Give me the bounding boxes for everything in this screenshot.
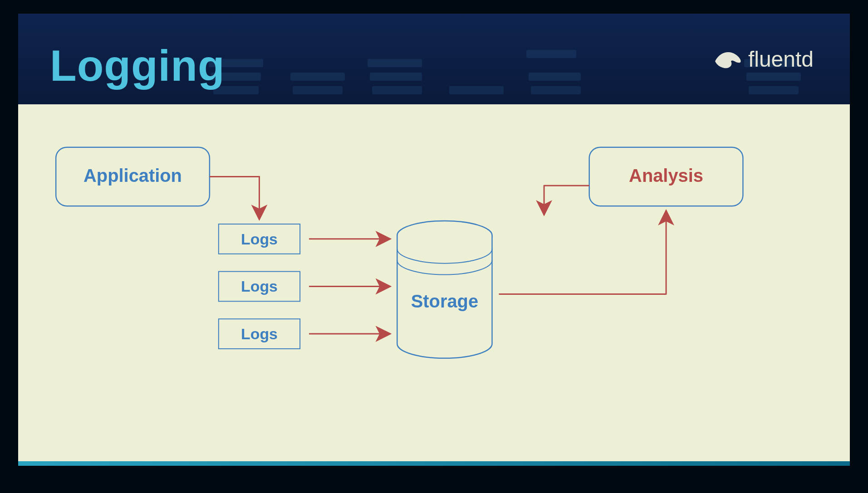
arrow-app-to-logs	[210, 176, 260, 220]
slide-header: Logging fluentd	[18, 14, 850, 104]
logs-label-3: Logs	[241, 325, 278, 342]
flow-diagram: Application Logs Logs Logs Storage	[18, 104, 850, 461]
arrow-storage-to-analysis	[499, 210, 666, 294]
fluentd-logo-text: fluentd	[748, 47, 814, 72]
logs-label-1: Logs	[241, 230, 278, 248]
slide: Logging fluentd Applicatio	[18, 14, 850, 466]
analysis-label: Analysis	[629, 166, 703, 185]
application-label: Application	[83, 166, 182, 185]
slide-footer-bar	[18, 461, 850, 466]
storage-node: Storage	[397, 221, 492, 358]
slide-container: Logging fluentd Applicatio	[0, 0, 868, 493]
slide-content: Application Logs Logs Logs Storage	[18, 104, 850, 461]
storage-label: Storage	[411, 291, 478, 311]
fluentd-logo: fluentd	[713, 45, 814, 73]
logs-label-2: Logs	[241, 278, 278, 295]
arrow-analysis-to-storage	[544, 185, 589, 215]
fluentd-bird-icon	[713, 45, 745, 73]
slide-title: Logging	[50, 41, 225, 91]
